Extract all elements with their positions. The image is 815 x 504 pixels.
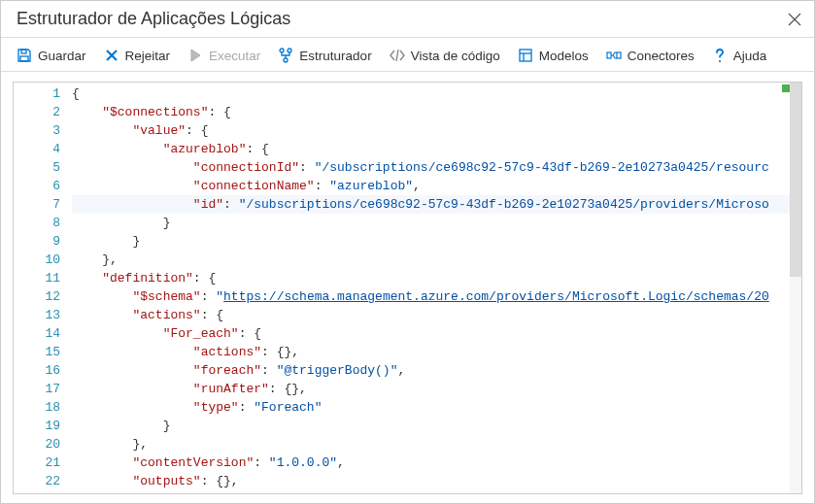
json-key: "foreach" xyxy=(193,361,261,380)
json-punctuation: : xyxy=(201,287,217,306)
svg-rect-12 xyxy=(607,52,611,58)
line-number-gutter: 12345678910111213141516171819202122 xyxy=(14,83,72,493)
json-key: "connectionId" xyxy=(193,158,299,177)
svg-point-14 xyxy=(719,60,721,62)
line-number: 9 xyxy=(14,232,60,251)
json-punctuation: : { xyxy=(208,103,230,121)
line-number: 2 xyxy=(14,103,60,121)
line-number: 14 xyxy=(14,324,60,343)
code-line[interactable]: "value": { xyxy=(72,121,801,140)
line-number: 5 xyxy=(14,158,60,177)
reject-icon xyxy=(104,48,119,63)
svg-rect-13 xyxy=(617,52,621,58)
code-view-button[interactable]: Vista de código xyxy=(390,48,500,63)
connectors-button[interactable]: Conectores xyxy=(606,48,695,63)
code-line[interactable]: "runAfter": {}, xyxy=(72,380,801,398)
line-number: 7 xyxy=(14,195,60,214)
models-button[interactable]: Modelos xyxy=(518,48,589,63)
toolbar: Guardar Rejeitar Executar Estruturador V… xyxy=(1,38,814,71)
code-line[interactable]: } xyxy=(72,214,801,232)
code-line[interactable]: "outputs": {}, xyxy=(72,472,801,490)
json-string: "1.0.0.0" xyxy=(269,454,337,472)
code-line[interactable]: "azureblob": { xyxy=(72,140,801,158)
code-line[interactable]: "id": "/subscriptions/ce698c92-57c9-43df… xyxy=(72,195,801,214)
line-number: 16 xyxy=(14,361,60,380)
json-key: "value" xyxy=(132,121,186,140)
json-string: "@triggerBody()" xyxy=(277,361,398,380)
code-line[interactable]: "definition": { xyxy=(72,269,801,287)
code-line[interactable]: "$schema": "https://schema.management.az… xyxy=(72,287,801,306)
code-line[interactable]: }, xyxy=(72,251,801,269)
json-key: "$connections" xyxy=(102,103,208,121)
json-punctuation: , xyxy=(337,454,345,472)
json-key: "actions" xyxy=(193,343,261,361)
json-key: "actions" xyxy=(132,306,200,324)
line-number: 6 xyxy=(14,177,60,195)
code-line[interactable]: "contentVersion": "1.0.0.0", xyxy=(72,454,801,472)
json-link[interactable]: https://schema.management.azure.com/prov… xyxy=(223,287,769,306)
close-button[interactable] xyxy=(787,12,802,27)
help-label: Ajuda xyxy=(733,49,767,63)
editor-wrap: 12345678910111213141516171819202122 { "$… xyxy=(1,72,814,494)
json-key: "outputs" xyxy=(132,472,200,490)
code-line[interactable]: "type": "Foreach" xyxy=(72,398,801,417)
json-punctuation: } xyxy=(163,417,171,435)
code-line[interactable]: "actions": {}, xyxy=(72,343,801,361)
line-number: 18 xyxy=(14,398,60,417)
code-line[interactable]: "connectionId": "/subscriptions/ce698c92… xyxy=(72,158,801,177)
vertical-scrollbar[interactable] xyxy=(790,83,801,493)
code-line[interactable]: } xyxy=(72,417,801,435)
run-label: Executar xyxy=(209,49,260,63)
json-punctuation: } xyxy=(163,214,171,232)
code-line[interactable]: "$connections": { xyxy=(72,103,801,121)
line-number: 21 xyxy=(14,454,60,472)
json-punctuation: }, xyxy=(132,435,148,454)
reject-button[interactable]: Rejeitar xyxy=(104,48,171,63)
code-line[interactable]: "For_each": { xyxy=(72,324,801,343)
json-string: "Foreach" xyxy=(254,398,322,417)
json-punctuation: : xyxy=(299,158,315,177)
code-line[interactable]: "actions": { xyxy=(72,306,801,324)
json-punctuation: : xyxy=(315,177,330,195)
models-label: Modelos xyxy=(539,49,589,63)
code-line[interactable]: }, xyxy=(72,435,801,454)
code-line[interactable]: "connectionName": "azureblob", xyxy=(72,177,801,195)
code-line[interactable]: "foreach": "@triggerBody()", xyxy=(72,361,801,380)
connectors-label: Conectores xyxy=(628,49,695,63)
close-icon xyxy=(787,12,802,27)
svg-point-7 xyxy=(288,49,291,52)
line-number: 17 xyxy=(14,380,60,398)
code-icon xyxy=(390,48,405,63)
save-button[interactable]: Guardar xyxy=(17,48,86,63)
code-view-label: Vista de código xyxy=(411,49,500,63)
svg-point-8 xyxy=(284,58,288,62)
line-number: 11 xyxy=(14,269,60,287)
help-button[interactable]: Ajuda xyxy=(712,48,767,63)
designer-icon xyxy=(278,48,293,63)
svg-rect-3 xyxy=(20,56,28,61)
code-line[interactable]: { xyxy=(72,84,801,103)
line-number: 1 xyxy=(14,84,60,103)
connectors-icon xyxy=(606,48,622,63)
json-punctuation: : xyxy=(223,195,239,214)
line-number: 3 xyxy=(14,121,60,140)
json-punctuation: , xyxy=(413,177,421,195)
code-editor[interactable]: 12345678910111213141516171819202122 { "$… xyxy=(13,82,802,494)
title-bar: Estruturador de Aplicações Lógicas xyxy=(1,1,814,35)
json-punctuation: : { xyxy=(201,306,223,324)
json-key: "runAfter" xyxy=(193,380,269,398)
code-lines[interactable]: { "$connections": { "value": { "azureblo… xyxy=(72,83,801,493)
json-key: "For_each" xyxy=(163,324,239,343)
json-punctuation: : xyxy=(239,398,255,417)
json-key: "definition" xyxy=(102,269,193,287)
json-key: "$schema" xyxy=(132,287,200,306)
json-punctuation: , xyxy=(397,361,405,380)
json-key: "azureblob" xyxy=(163,140,247,158)
json-string: "azureblob" xyxy=(329,177,413,195)
line-number: 12 xyxy=(14,287,60,306)
vertical-scrollbar-thumb[interactable] xyxy=(790,83,801,277)
code-line[interactable]: } xyxy=(72,232,801,251)
json-string: "/subscriptions/ce698c92-57c9-43df-b269-… xyxy=(315,158,769,177)
designer-label: Estruturador xyxy=(299,49,371,63)
designer-button[interactable]: Estruturador xyxy=(278,48,371,63)
